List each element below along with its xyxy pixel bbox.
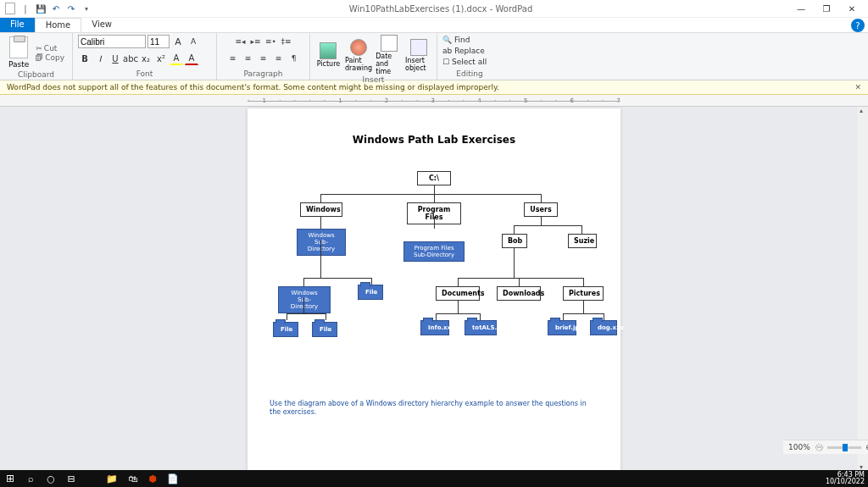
start-button[interactable]: ⊞ (0, 470, 20, 487)
cut-button[interactable]: ✂Cut (36, 44, 64, 53)
node-windows-sub: Windows Sub-Directory (297, 229, 346, 256)
paste-button[interactable]: Paste (5, 35, 32, 70)
node-pic-f1: brief.jpg (548, 320, 576, 335)
grow-font-button[interactable]: A (171, 35, 185, 48)
node-windows: Windows (300, 202, 342, 217)
replace-icon: ab (442, 47, 452, 55)
bullets-button[interactable]: ≡• (264, 35, 278, 48)
title-bar: | 💾 ↶ ↷ ▾ Win10PathLabExercises (1).docx… (0, 0, 868, 18)
minimize-button[interactable]: — (788, 1, 814, 16)
document-area: ·1····1··2··3··4··5··6··7 Windows Path L… (0, 95, 868, 471)
justify-button[interactable]: ≡ (272, 52, 286, 65)
align-right-button[interactable]: ≡ (257, 52, 270, 65)
copy-icon: 🗐 (36, 53, 43, 62)
window-title: Win10PathLabExercises (1).docx - WordPad (93, 4, 788, 14)
search-button[interactable]: ⌕ (20, 470, 41, 487)
align-center-button[interactable]: ≡ (242, 52, 255, 65)
qat-dropdown-icon[interactable]: ▾ (80, 2, 93, 15)
directory-diagram: C:\ Windows Program Files Users Windows … (270, 171, 598, 383)
node-file-a: File (358, 285, 383, 300)
node-bob: Bob (502, 234, 527, 248)
taskbar-office-icon[interactable]: ⬢ (142, 470, 163, 487)
paste-label: Paste (8, 60, 29, 69)
windows-taskbar: ⊞ ⌕ ○ ⊟ 📁 🛍 ⬢ 📄 6:43 PM 10/10/2022 (0, 470, 868, 487)
cut-icon: ✂ (36, 44, 42, 53)
divider-icon: | (19, 2, 32, 15)
bold-button[interactable]: B (78, 52, 92, 65)
node-doc-f1: Info.xxx (420, 320, 449, 335)
select-all-button[interactable]: ☐Select all (442, 57, 487, 67)
font-group-label: Font (78, 69, 211, 78)
tab-file[interactable]: File (0, 18, 35, 32)
align-left-button[interactable]: ≡ (226, 52, 240, 65)
italic-button[interactable]: I (93, 52, 107, 65)
font-size-select[interactable] (147, 35, 170, 48)
strikethrough-button[interactable]: abc (124, 52, 137, 65)
wordpad-icon[interactable] (3, 2, 17, 15)
redo-icon[interactable]: ↷ (64, 2, 78, 15)
node-pf-sub: Program Files Sub-Directory (403, 241, 465, 262)
object-icon (410, 39, 427, 56)
undo-icon[interactable]: ↶ (49, 2, 63, 15)
warning-close-button[interactable]: ✕ (854, 83, 861, 91)
node-windows-sub2: Windows Sub-Directory (278, 286, 331, 313)
find-icon: 🔍 (442, 36, 452, 44)
copy-button[interactable]: 🗐Copy (36, 53, 64, 62)
document-title: Windows Path Lab Exercises (270, 134, 598, 146)
underline-button[interactable]: U (108, 52, 122, 65)
find-button[interactable]: 🔍Find (442, 35, 470, 45)
taskbar-edge-icon[interactable] (81, 470, 102, 487)
cortana-button[interactable]: ○ (41, 470, 61, 487)
increase-indent-button[interactable]: ▸≡ (249, 35, 263, 48)
document-caption: Use the diagram above of a Windows direc… (270, 400, 598, 418)
decrease-indent-button[interactable]: ≡◂ (234, 35, 248, 48)
superscript-button[interactable]: x² (154, 52, 168, 65)
shrink-font-button[interactable]: A (186, 35, 200, 48)
line-spacing-button[interactable]: ‡≡ (280, 35, 293, 48)
compatibility-warning: WordPad does not support all of the feat… (0, 80, 868, 95)
taskbar-wordpad-icon[interactable]: 📄 (163, 470, 183, 487)
node-pic-f2: dog.xxx (590, 320, 617, 335)
node-downloads: Downloads (497, 286, 541, 301)
paragraph-dialog-button[interactable]: ¶ (287, 52, 301, 65)
maximize-button[interactable]: ❐ (814, 1, 839, 16)
insert-object-button[interactable]: Insert object (405, 39, 431, 72)
save-icon[interactable]: 💾 (34, 2, 47, 15)
font-color-button[interactable]: A (185, 52, 198, 65)
editing-group-label: Editing (442, 69, 497, 78)
zoom-in-button[interactable]: ⊕ (865, 443, 868, 451)
insert-paint-button[interactable]: Paint drawing (345, 39, 372, 72)
ribbon-tabs: File Home View ? (0, 18, 868, 33)
select-icon: ☐ (442, 58, 449, 66)
tab-view[interactable]: View (81, 18, 122, 32)
subscript-button[interactable]: x₂ (139, 52, 153, 65)
document-page[interactable]: Windows Path Lab Exercises C:\ Windows P… (248, 108, 620, 471)
node-doc-f2: totALS.xxx (465, 320, 497, 335)
taskbar-store-icon[interactable]: 🛍 (122, 470, 142, 487)
zoom-slider[interactable] (827, 446, 861, 449)
node-documents: Documents (436, 286, 480, 301)
system-tray: 6:43 PM 10/10/2022 (826, 472, 868, 485)
taskbar-explorer-icon[interactable]: 📁 (102, 470, 122, 487)
zoom-out-button[interactable]: ㊀ (815, 442, 824, 453)
paint-icon (350, 39, 367, 56)
ribbon: Paste ✂Cut 🗐Copy Clipboard A A B I U abc… (0, 33, 868, 80)
tray-clock[interactable]: 6:43 PM 10/10/2022 (826, 472, 865, 485)
date-icon (381, 35, 398, 52)
close-button[interactable]: ✕ (839, 1, 865, 16)
tab-home[interactable]: Home (35, 18, 82, 32)
help-icon[interactable]: ? (851, 19, 865, 32)
insert-picture-button[interactable]: Picture (315, 42, 342, 68)
node-suzie: Suzie (568, 234, 597, 248)
horizontal-ruler[interactable]: ·1····1··2··3··4··5··6··7 (0, 95, 868, 107)
highlight-button[interactable]: A (170, 52, 183, 65)
font-name-select[interactable] (78, 35, 146, 48)
paragraph-group-label: Paragraph (222, 69, 304, 78)
quick-access-toolbar: | 💾 ↶ ↷ ▾ (3, 2, 93, 15)
vertical-scrollbar[interactable] (858, 107, 868, 471)
replace-button[interactable]: abReplace (442, 46, 485, 56)
node-root: C:\ (417, 171, 451, 185)
task-view-button[interactable]: ⊟ (61, 470, 81, 487)
insert-date-button[interactable]: Date and time (376, 35, 402, 75)
zoom-level: 100% (788, 443, 810, 451)
